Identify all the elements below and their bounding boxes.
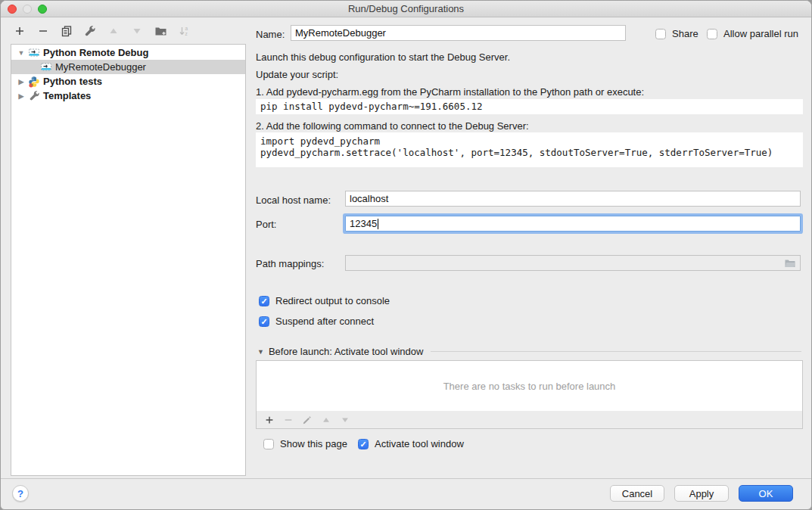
share-checkbox-row: Share (655, 28, 698, 39)
share-checkbox[interactable] (655, 29, 666, 39)
svg-text:z: z (185, 31, 188, 36)
pencil-icon (302, 415, 313, 425)
remote-debug-config-icon (28, 47, 40, 59)
question-mark-icon: ? (17, 488, 23, 499)
plus-icon (264, 415, 275, 425)
run-debug-configurations-dialog: Run/Debug Configurations (0, 0, 812, 510)
tree-item-label: Python tests (43, 76, 102, 87)
code-line-2: pydevd_pycharm.settrace('localhost', por… (260, 147, 773, 158)
redirect-output-row: Redirect output to console (259, 295, 390, 306)
configurations-toolbar: a z (11, 23, 192, 39)
show-this-page-row: Show this page (263, 438, 347, 449)
add-configuration-button[interactable] (11, 23, 28, 39)
activate-tool-window-label: Activate tool window (375, 438, 464, 449)
allow-parallel-run-checkbox[interactable] (707, 29, 717, 39)
add-task-button[interactable] (263, 413, 276, 427)
new-folder-button[interactable] (152, 23, 169, 39)
pip-install-command: pip install pydevd-pycharm~=191.6605.12 (256, 99, 803, 114)
local-host-name-input[interactable] (345, 191, 801, 207)
chevron-down-icon[interactable]: ▼ (16, 49, 26, 57)
wrench-icon (84, 25, 96, 37)
allow-parallel-run-label: Allow parallel run (723, 28, 798, 39)
show-this-page-label: Show this page (280, 438, 347, 449)
help-button[interactable]: ? (12, 485, 29, 502)
svg-text:a: a (185, 26, 188, 31)
chevron-right-icon[interactable]: ▶ (16, 92, 26, 100)
share-label: Share (672, 28, 698, 39)
browse-folder-button[interactable] (784, 258, 796, 269)
edit-task-button[interactable] (300, 413, 314, 427)
header-rule (431, 351, 801, 352)
tree-item-templates[interactable]: ▶ Templates (11, 89, 245, 103)
templates-wrench-icon (28, 90, 40, 102)
remove-task-button[interactable] (282, 413, 295, 427)
folder-icon (784, 258, 796, 269)
footer-divider (1, 478, 811, 479)
chevron-right-icon[interactable]: ▶ (16, 78, 26, 86)
suspend-after-connect-row: Suspend after connect (259, 316, 374, 327)
plus-icon (14, 25, 26, 37)
activate-tool-window-checkbox[interactable] (358, 439, 369, 449)
name-input[interactable] (291, 25, 626, 41)
path-mappings-input[interactable] (345, 255, 801, 271)
window-title: Run/Debug Configurations (348, 3, 464, 14)
move-down-button[interactable] (129, 23, 145, 39)
step-2-text: 2. Add the following command to connect … (256, 120, 529, 132)
before-launch-toolbar (256, 411, 803, 429)
copy-icon (61, 25, 73, 37)
zoom-button[interactable] (38, 5, 47, 14)
move-task-up-button[interactable] (319, 413, 333, 427)
edit-templates-button[interactable] (82, 23, 98, 39)
step-1-text: 1. Add pydevd-pycharm.egg from the PyCha… (256, 86, 644, 98)
redirect-output-label: Redirect output to console (275, 295, 390, 306)
close-button[interactable] (8, 5, 17, 14)
folder-plus-icon (154, 25, 167, 37)
chevron-down-icon[interactable]: ▼ (257, 348, 264, 356)
activate-tool-window-row: Activate tool window (358, 438, 464, 449)
ok-button[interactable]: OK (739, 485, 793, 502)
port-label: Port: (256, 219, 276, 230)
tree-item-label: MyRemoteDebugger (55, 61, 146, 73)
text-caret (378, 219, 378, 229)
suspend-after-connect-checkbox[interactable] (259, 316, 269, 327)
name-label: Name: (256, 29, 285, 40)
sort-configurations-button[interactable]: a z (176, 23, 192, 39)
description-line-2: Update your script: (256, 69, 338, 80)
before-launch-task-list[interactable]: There are no tasks to run before launch (256, 360, 803, 412)
description-line-1: Launch this debug configuration to start… (256, 51, 510, 63)
python-tests-icon (28, 76, 40, 88)
suspend-after-connect-label: Suspend after connect (275, 316, 374, 327)
show-this-page-checkbox[interactable] (263, 439, 274, 449)
arrow-down-icon (131, 25, 143, 37)
minus-icon (37, 25, 49, 37)
arrow-up-icon (321, 415, 331, 425)
minus-icon (283, 415, 294, 425)
code-line-1: import pydevd_pycharm (260, 135, 380, 147)
tree-item-myremotedebugger[interactable]: MyRemoteDebugger (11, 60, 245, 74)
sort-az-icon: a z (178, 25, 190, 37)
minimize-button (23, 5, 32, 14)
copy-configuration-button[interactable] (58, 23, 75, 39)
tree-item-label: Templates (43, 90, 91, 101)
tree-item-python-tests[interactable]: ▶ Python tests (11, 74, 245, 89)
before-launch-title: Before launch: Activate tool window (269, 346, 424, 357)
before-launch-header[interactable]: ▼ Before launch: Activate tool window (257, 346, 801, 357)
arrow-down-icon (340, 415, 350, 425)
remove-configuration-button[interactable] (35, 23, 51, 39)
allow-parallel-run-checkbox-row: Allow parallel run (707, 28, 798, 39)
redirect-output-checkbox[interactable] (259, 296, 269, 306)
port-input[interactable]: 12345 (345, 216, 801, 232)
dialog-buttons: Cancel Apply OK (610, 485, 793, 502)
titlebar: Run/Debug Configurations (1, 1, 811, 17)
arrow-up-icon (107, 25, 120, 37)
cancel-button[interactable]: Cancel (610, 485, 664, 502)
tree-item-python-remote-debug[interactable]: ▼ Python Remote Debug (11, 45, 245, 60)
remote-debug-config-icon (40, 61, 52, 73)
local-host-name-label: Local host name: (256, 194, 331, 206)
settrace-code-block: import pydevd_pycharm pydevd_pycharm.set… (256, 132, 803, 167)
empty-tasks-message: There are no tasks to run before launch (443, 381, 616, 392)
apply-button[interactable]: Apply (674, 485, 729, 502)
port-value: 12345 (350, 218, 377, 229)
move-task-down-button[interactable] (338, 413, 352, 427)
move-up-button[interactable] (105, 23, 122, 39)
